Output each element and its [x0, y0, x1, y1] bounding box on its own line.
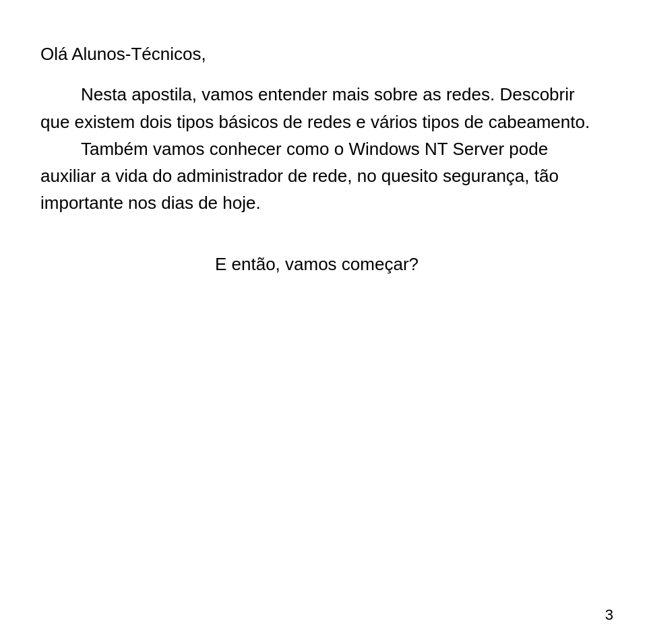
page: Olá Alunos-Técnicos, Nesta apostila, vam…	[0, 0, 647, 644]
cta-paragraph: E então, vamos começar?	[40, 251, 593, 278]
intro-paragraph: Nesta apostila, vamos entender mais sobr…	[40, 81, 593, 135]
windows-paragraph: Também vamos conhecer como o Windows NT …	[40, 135, 593, 217]
main-content: Olá Alunos-Técnicos, Nesta apostila, vam…	[40, 40, 593, 278]
greeting-text: Olá Alunos-Técnicos,	[40, 44, 206, 64]
cta-text: E então, vamos começar?	[215, 254, 419, 274]
intro-text: Nesta apostila, vamos entender mais sobr…	[40, 84, 590, 131]
windows-text: Também vamos conhecer como o Windows NT …	[40, 139, 559, 214]
page-number: 3	[605, 606, 613, 624]
greeting-paragraph: Olá Alunos-Técnicos,	[40, 40, 593, 67]
